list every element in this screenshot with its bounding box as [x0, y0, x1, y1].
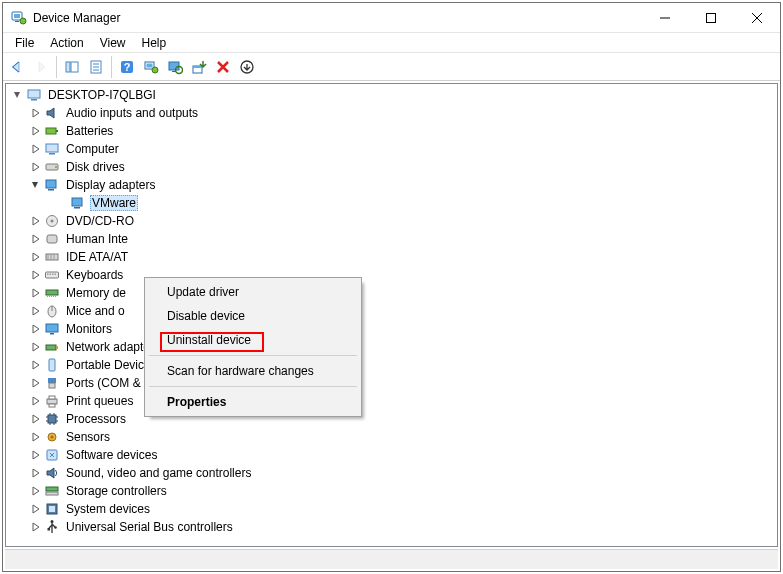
tree-node-label: Keyboards: [64, 267, 125, 283]
collapse-icon[interactable]: [10, 87, 26, 103]
computer-icon: [26, 87, 42, 103]
audio-icon: [44, 105, 60, 121]
tree-node-label: Storage controllers: [64, 483, 169, 499]
svg-rect-23: [193, 66, 202, 68]
svg-rect-57: [46, 324, 58, 332]
tree-node[interactable]: Human Inte: [6, 230, 777, 248]
expand-icon[interactable]: [28, 375, 44, 391]
svg-rect-84: [48, 528, 51, 531]
tree-child-node[interactable]: VMware: [6, 194, 777, 212]
context-menu-properties[interactable]: Properties: [147, 390, 359, 414]
expand-icon[interactable]: [28, 303, 44, 319]
maximize-button[interactable]: [688, 3, 734, 32]
toolbar-back-button[interactable]: [5, 55, 29, 79]
tree-node[interactable]: Sensors: [6, 428, 777, 446]
storage-controller-icon: [44, 483, 60, 499]
tree-root[interactable]: DESKTOP-I7QLBGI: [6, 86, 777, 104]
expand-icon[interactable]: [28, 447, 44, 463]
expand-icon[interactable]: [28, 519, 44, 535]
tree-node[interactable]: Display adapters: [6, 176, 777, 194]
svg-rect-48: [55, 274, 57, 276]
scan-hardware-changes-icon: [167, 59, 183, 75]
context-menu-uninstall-device[interactable]: Uninstall device: [147, 328, 359, 352]
tree-node[interactable]: Audio inputs and outputs: [6, 104, 777, 122]
expand-icon[interactable]: [28, 501, 44, 517]
context-menu: Update driver Disable device Uninstall d…: [144, 277, 362, 417]
tree-node[interactable]: Mice and o: [6, 302, 777, 320]
collapse-icon[interactable]: [28, 177, 44, 193]
tree-node[interactable]: Portable Devices: [6, 356, 777, 374]
expand-icon[interactable]: [28, 159, 44, 175]
tree-node[interactable]: Network adapters: [6, 338, 777, 356]
device-tree[interactable]: DESKTOP-I7QLBGI Audio inputs and outputs…: [5, 83, 778, 547]
expand-icon[interactable]: [28, 123, 44, 139]
toolbar-properties-button[interactable]: [84, 55, 108, 79]
menu-file[interactable]: File: [7, 34, 42, 52]
expand-icon[interactable]: [28, 213, 44, 229]
tree-node[interactable]: Computer: [6, 140, 777, 158]
tree-node[interactable]: Memory de: [6, 284, 777, 302]
expand-icon[interactable]: [28, 465, 44, 481]
svg-rect-5: [707, 13, 716, 22]
tree-node[interactable]: Sound, video and game controllers: [6, 464, 777, 482]
menu-help[interactable]: Help: [134, 34, 175, 52]
svg-rect-1: [14, 14, 20, 18]
expand-icon[interactable]: [28, 231, 44, 247]
context-menu-separator: [149, 386, 357, 387]
context-menu-scan-hardware[interactable]: Scan for hardware changes: [147, 359, 359, 383]
sound-controller-icon: [44, 465, 60, 481]
tree-node[interactable]: Storage controllers: [6, 482, 777, 500]
tree-node[interactable]: IDE ATA/AT: [6, 248, 777, 266]
menu-action[interactable]: Action: [42, 34, 91, 52]
expand-icon[interactable]: [28, 249, 44, 265]
expand-icon[interactable]: [28, 411, 44, 427]
expand-icon[interactable]: [28, 267, 44, 283]
tree-node[interactable]: DVD/CD-RO: [6, 212, 777, 230]
tree-node[interactable]: Batteries: [6, 122, 777, 140]
toolbar-help-button[interactable]: ?: [115, 55, 139, 79]
svg-rect-66: [49, 404, 55, 407]
context-menu-update-driver[interactable]: Update driver: [147, 280, 359, 304]
tree-node[interactable]: Processors: [6, 410, 777, 428]
tree-node[interactable]: Keyboards: [6, 266, 777, 284]
toolbar-app-button[interactable]: [139, 55, 163, 79]
tree-node-label: Monitors: [64, 321, 114, 337]
expand-icon[interactable]: [28, 141, 44, 157]
expand-icon[interactable]: [28, 483, 44, 499]
menu-view[interactable]: View: [92, 34, 134, 52]
expand-icon[interactable]: [28, 321, 44, 337]
toolbar-show-hide-tree-button[interactable]: [60, 55, 84, 79]
close-button[interactable]: [734, 3, 780, 32]
expand-icon[interactable]: [28, 339, 44, 355]
back-arrow-icon: [9, 59, 25, 75]
expand-icon[interactable]: [28, 105, 44, 121]
tree-node[interactable]: Print queues: [6, 392, 777, 410]
svg-point-77: [51, 436, 54, 439]
expand-icon[interactable]: [28, 357, 44, 373]
tree-node[interactable]: Disk drives: [6, 158, 777, 176]
expand-icon[interactable]: [28, 285, 44, 301]
toolbar-update-driver-button[interactable]: [187, 55, 211, 79]
toolbar-add-legacy-button[interactable]: [235, 55, 259, 79]
toolbar-uninstall-button[interactable]: [211, 55, 235, 79]
svg-rect-2: [15, 21, 19, 22]
svg-rect-63: [49, 383, 55, 388]
context-menu-disable-device[interactable]: Disable device: [147, 304, 359, 328]
tree-node-label: Display adapters: [64, 177, 157, 193]
tree-node[interactable]: Monitors: [6, 320, 777, 338]
toolbar-scan-hardware-button[interactable]: [163, 55, 187, 79]
tree-node[interactable]: System devices: [6, 500, 777, 518]
svg-point-3: [20, 18, 26, 24]
minimize-button[interactable]: [642, 3, 688, 32]
tree-node[interactable]: Software devices: [6, 446, 777, 464]
tree-node-label: System devices: [64, 501, 152, 517]
expand-icon[interactable]: [28, 429, 44, 445]
tree-node-label: Mice and o: [64, 303, 127, 319]
tree-node[interactable]: Universal Serial Bus controllers: [6, 518, 777, 536]
expand-icon[interactable]: [28, 393, 44, 409]
tree-node[interactable]: Ports (COM & LPT): [6, 374, 777, 392]
display-adapter-icon: [70, 195, 86, 211]
toolbar-forward-button: [29, 55, 53, 79]
usb-controller-icon: [44, 519, 60, 535]
forward-arrow-icon: [33, 59, 49, 75]
